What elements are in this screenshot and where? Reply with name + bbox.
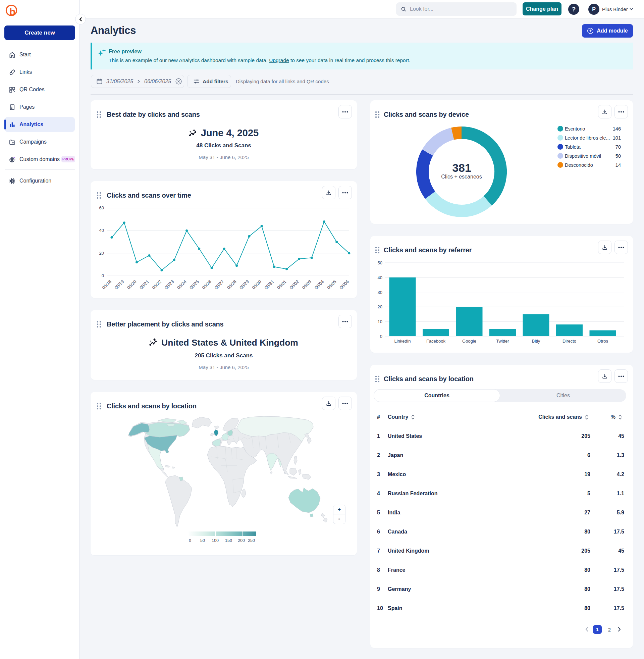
svg-text:05/20: 05/20 [126,279,138,291]
svg-text:05/27: 05/27 [214,279,225,291]
svg-text:05/25: 05/25 [188,279,200,291]
svg-text:20: 20 [378,304,382,309]
svg-text:05/31: 05/31 [263,279,275,291]
svg-text:40: 40 [99,228,104,233]
svg-text:05/21: 05/21 [139,279,150,291]
svg-text:06/05: 06/05 [326,279,338,291]
svg-text:05/30: 05/30 [251,279,262,291]
svg-text:Google: Google [462,339,476,344]
svg-text:20: 20 [99,251,104,256]
svg-text:40: 40 [378,275,382,280]
svg-text:Facebook: Facebook [426,339,446,344]
svg-text:06/06: 06/06 [339,279,350,291]
svg-text:06/03: 06/03 [301,279,313,291]
svg-text:0: 0 [380,334,382,339]
svg-text:Directo: Directo [562,339,576,344]
svg-text:LinkedIn: LinkedIn [394,339,411,344]
svg-text:05/22: 05/22 [151,279,163,291]
svg-text:b: b [9,6,16,18]
svg-text:50: 50 [378,260,382,266]
svg-text:05/19: 05/19 [114,279,125,291]
svg-text:Twitter: Twitter [496,339,509,344]
svg-text:05/26: 05/26 [201,279,213,291]
svg-text:60: 60 [99,205,104,210]
svg-text:0: 0 [101,273,104,278]
svg-text:05/24: 05/24 [176,279,187,291]
svg-text:05/29: 05/29 [238,279,250,291]
svg-text:06/01: 06/01 [276,279,288,291]
svg-text:30: 30 [378,290,382,295]
svg-text:05/23: 05/23 [164,279,175,291]
svg-text:Bitly: Bitly [532,339,540,344]
svg-text:05/28: 05/28 [226,279,237,291]
svg-text:Otros: Otros [597,339,608,344]
svg-text:10: 10 [378,319,382,324]
svg-text:06/04: 06/04 [314,279,325,291]
svg-text:06/02: 06/02 [289,279,300,291]
svg-text:05/18: 05/18 [101,279,113,291]
